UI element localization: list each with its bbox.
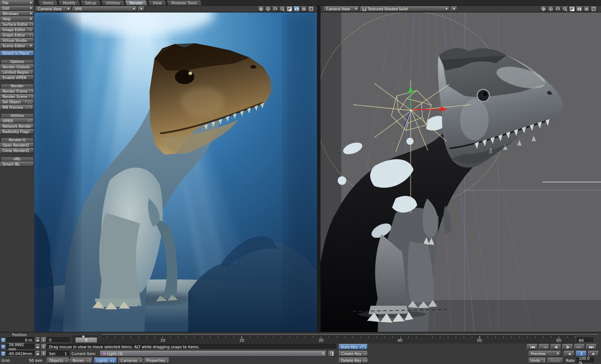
step-back-button[interactable]: ◀|| bbox=[551, 344, 561, 350]
render-mode-dropdown[interactable]: VPR▼ bbox=[73, 6, 137, 11]
z-axis-badge[interactable]: Z bbox=[1, 351, 6, 356]
image-editor-button[interactable]: Image EditorF6 bbox=[0, 27, 34, 32]
view-type-dropdown[interactable]: Camera View▼ bbox=[36, 6, 72, 11]
undo-button[interactable]: Undo^Z bbox=[529, 358, 546, 363]
surface-editor-button[interactable]: Surface EditorF5 bbox=[0, 22, 34, 27]
tab-view[interactable]: View bbox=[148, 0, 167, 5]
ruler-tick-label: 50 bbox=[477, 338, 482, 343]
prev-keyframe-button[interactable]: +◀◀ bbox=[539, 344, 549, 350]
tab-modify[interactable]: Modify bbox=[58, 0, 81, 5]
x-envelope-button[interactable]: E bbox=[41, 337, 47, 343]
viewport-options-dropdown[interactable]: ▼ bbox=[451, 6, 457, 11]
play-reverse-button[interactable]: ◀ bbox=[564, 351, 575, 356]
zoom-icon[interactable] bbox=[562, 6, 568, 12]
x-axis-badge[interactable]: X bbox=[1, 338, 6, 343]
position-z-field[interactable]: -65.0419mm bbox=[6, 351, 34, 356]
y-envelope-button[interactable]: E bbox=[41, 344, 47, 350]
pan-icon[interactable] bbox=[547, 6, 554, 12]
camera-icon[interactable] bbox=[293, 6, 300, 12]
close-renderq-button[interactable]: Close RenderQ bbox=[0, 148, 34, 153]
end-frame-field[interactable]: 60 bbox=[577, 338, 593, 343]
tab-modeler-tools[interactable]: Modeler Tools bbox=[166, 0, 202, 5]
position-y-field[interactable]: 39.9992 mm bbox=[6, 344, 34, 350]
move-icon[interactable] bbox=[258, 6, 264, 12]
delete-key-button[interactable]: Delete Keydel bbox=[339, 358, 368, 363]
preview-dropdown[interactable]: Preview▼ bbox=[529, 351, 561, 356]
virtual-studio-button[interactable]: Virtual Studio bbox=[0, 38, 34, 43]
render-globals-button[interactable]: Render Globals bbox=[0, 64, 34, 69]
go-to-end-button[interactable]: ▶▶| bbox=[586, 344, 597, 350]
bones-mode-button[interactable]: Bones+B bbox=[70, 358, 93, 363]
frame-slider[interactable]: 0 bbox=[75, 337, 97, 343]
tab-render[interactable]: Render bbox=[124, 0, 148, 5]
auto-key-button[interactable]: Auto Key+F1 bbox=[339, 344, 368, 350]
play-forward-button[interactable]: ▶ bbox=[588, 351, 599, 356]
z-stepper[interactable]: ◀▶ bbox=[35, 351, 40, 356]
cameras-mode-button[interactable]: Cameras+C bbox=[118, 358, 143, 363]
lights-mode-button[interactable]: Lights+L bbox=[94, 358, 117, 363]
scene-editor-button[interactable]: Scene Editor▼ bbox=[0, 43, 34, 48]
list-icon[interactable] bbox=[300, 6, 307, 12]
go-to-start-button[interactable]: |◀◀ bbox=[527, 344, 538, 350]
position-x-field[interactable]: 0 m bbox=[6, 337, 34, 343]
vpr-render-view[interactable] bbox=[34, 13, 317, 332]
rate-field[interactable]: 100.0 % bbox=[577, 358, 594, 363]
render-frame-button[interactable]: Render FrameF9 bbox=[0, 89, 34, 94]
open-renderq-button[interactable]: Open RenderQ bbox=[0, 143, 34, 148]
film-icon[interactable] bbox=[590, 6, 597, 12]
menu-file[interactable]: File▼ bbox=[0, 0, 34, 5]
create-key-button[interactable]: Create Keyret bbox=[339, 351, 368, 356]
tab-setup[interactable]: Setup bbox=[80, 0, 101, 5]
sel-object-button[interactable]: Sel ObjectF11 bbox=[0, 99, 34, 104]
rotate-icon[interactable] bbox=[554, 6, 561, 12]
network-render-button[interactable]: Network Render bbox=[0, 124, 34, 129]
pause-button[interactable]: || bbox=[576, 351, 587, 356]
objects-mode-button[interactable]: Objects+O bbox=[47, 358, 69, 363]
x-stepper[interactable]: ◀▶ bbox=[35, 337, 40, 343]
current-item-dropdown[interactable]: Light (3) ▼ bbox=[99, 351, 326, 356]
tab-items[interactable]: Items bbox=[38, 0, 58, 5]
film-icon[interactable] bbox=[308, 6, 314, 12]
rotate-icon[interactable] bbox=[272, 6, 278, 12]
next-keyframe-button[interactable]: ▶▶+ bbox=[574, 344, 585, 350]
parent-in-place-button[interactable]: Parent in Place bbox=[0, 51, 34, 56]
camera-icon[interactable] bbox=[576, 6, 582, 12]
zoom-icon[interactable] bbox=[279, 6, 285, 12]
redo-button[interactable]: Redo bbox=[547, 358, 563, 363]
step-forward-button[interactable]: ||▶ bbox=[562, 344, 573, 350]
viewport-left-vpr[interactable]: Camera View▼ VPR▼ ▼ bbox=[34, 6, 317, 332]
menu-edit[interactable]: Edit▼ bbox=[0, 6, 34, 11]
minmax-icon[interactable] bbox=[569, 6, 575, 12]
limited-region-button[interactable]: Limited Regionl bbox=[0, 70, 34, 75]
enable-viper-button[interactable]: Enable VIPER bbox=[0, 75, 34, 80]
menu-windows[interactable]: Windows▼ bbox=[0, 11, 34, 16]
viewport-divider[interactable] bbox=[317, 6, 321, 332]
properties-button[interactable]: Propertiesp bbox=[144, 358, 169, 363]
opengl-shaded-view[interactable] bbox=[321, 13, 601, 332]
bottom-control-bar: Position 10 20 30 40 50 60 0 60 X 0 m ◀▶… bbox=[0, 332, 601, 364]
y-stepper[interactable]: ◀▶ bbox=[35, 344, 40, 350]
graph-editor-button[interactable]: Graph Editor^F2 bbox=[0, 33, 34, 38]
view-type-dropdown[interactable]: Camera View▼ bbox=[324, 6, 359, 11]
viewport-right-shaded[interactable]: Camera View▼ TTextured Shaded Solid▼ ▼ bbox=[321, 6, 601, 332]
timeline-ruler[interactable]: 10 20 30 40 50 60 bbox=[72, 336, 575, 344]
viewport-options-dropdown[interactable]: ▼ bbox=[138, 6, 145, 11]
y-axis-badge[interactable]: Y bbox=[1, 344, 6, 349]
item-properties-button[interactable] bbox=[328, 351, 335, 356]
render-mode-dropdown[interactable]: TTextured Shaded Solid▼ bbox=[360, 6, 450, 11]
minmax-icon[interactable] bbox=[286, 6, 293, 12]
render-scene-button[interactable]: Render SceneF10 bbox=[0, 94, 34, 99]
mb-preview-button[interactable]: MB Preview+F9 bbox=[0, 105, 34, 110]
list-icon[interactable] bbox=[583, 6, 590, 12]
smart-ibl-button[interactable]: Smart IBL bbox=[0, 162, 34, 167]
tab-utilities[interactable]: Utilities bbox=[101, 0, 125, 5]
pan-icon[interactable] bbox=[265, 6, 271, 12]
radiosity-flags-button[interactable]: Radiosity Flags bbox=[0, 129, 34, 134]
chevron-down-icon: ▼ bbox=[354, 8, 357, 10]
menu-help[interactable]: Help▼ bbox=[0, 16, 34, 21]
move-icon[interactable] bbox=[540, 6, 547, 12]
z-envelope-button[interactable]: E bbox=[41, 351, 47, 356]
timeline-scrollbar[interactable] bbox=[101, 334, 598, 335]
current-frame-field[interactable]: 0 bbox=[47, 337, 70, 343]
viper-button[interactable]: VIPERF7 bbox=[0, 118, 34, 123]
